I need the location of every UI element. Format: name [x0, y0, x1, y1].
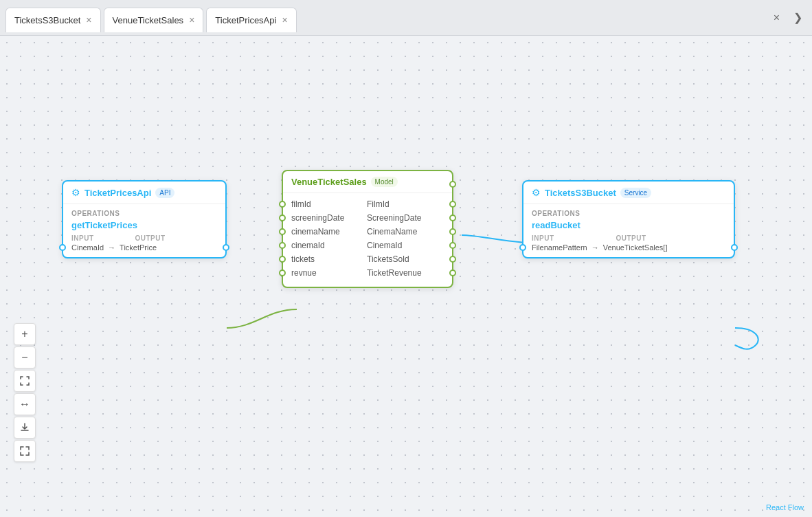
- cinema-id-field: CinemaId: [71, 243, 104, 252]
- tickets-s3-body: OPERATIONS readBucket INPUT OUTPUT Filen…: [523, 204, 734, 257]
- revnue-right-port: [449, 270, 456, 276]
- tickets-right-port: [449, 256, 456, 263]
- tab-prices-label: TicketPricesApi: [215, 15, 276, 25]
- operations-label: OPERATIONS: [71, 210, 217, 217]
- ticket-prices-api-title: TicketPricesApi: [84, 188, 151, 198]
- s3-io-labels-row: INPUT OUTPUT: [532, 234, 725, 242]
- io-row: CinemaId → TicketPrice: [71, 243, 217, 252]
- s3-operations-label: OPERATIONS: [532, 210, 725, 217]
- tab-venue-ticket-sales[interactable]: VenueTicketSales ×: [104, 8, 204, 32]
- field-cinemaid: cinemaId CinemaId: [291, 239, 444, 252]
- ticket-price-field: TicketPrice: [120, 243, 157, 252]
- s3-io-row: FilenamePattern → VenueTicketSales[]: [532, 243, 725, 252]
- field-tickets: tickets TicketsSold: [291, 252, 444, 266]
- tab-prices-close[interactable]: ×: [282, 15, 287, 25]
- screeningdate-right-port: [449, 214, 456, 221]
- venue-title: VenueTicketSales: [291, 177, 367, 187]
- zoom-out-button[interactable]: −: [14, 346, 36, 368]
- cinemaname-left-port: [279, 228, 286, 235]
- service-badge: Service: [620, 188, 651, 198]
- close-all-button[interactable]: ×: [769, 10, 784, 25]
- cinemaid-left-port: [279, 242, 286, 249]
- get-ticket-prices-op: getTicketPrices: [71, 220, 217, 230]
- cinemaname-right-port: [449, 228, 456, 235]
- filmid-right-port: [449, 201, 456, 208]
- ticket-prices-api-body: OPERATIONS getTicketPrices INPUT OUTPUT …: [63, 204, 225, 257]
- input-label: INPUT: [71, 234, 94, 242]
- s3-output-label: OUTPUT: [616, 234, 646, 242]
- venue-top-right-port: [449, 181, 456, 188]
- revnue-left-port: [279, 270, 286, 276]
- tab-tickets-s3-close[interactable]: ×: [86, 15, 91, 25]
- model-badge: Model: [371, 177, 398, 187]
- filename-pattern-field: FilenamePattern: [532, 243, 587, 252]
- venue-ticket-sales-header: VenueTicketSales Model: [283, 171, 452, 193]
- tickets-s3-header: ⚙ TicketsS3Bucket Service: [523, 182, 734, 204]
- tickets-s3-bucket-node: ⚙ TicketsS3Bucket Service OPERATIONS rea…: [522, 180, 735, 258]
- api-gear-icon: ⚙: [71, 187, 80, 198]
- venue-ticket-sales-node: VenueTicketSales Model filmId FilmId scr…: [282, 170, 453, 288]
- tickets-left-port: [279, 256, 286, 263]
- read-bucket-op: readBucket: [532, 220, 725, 230]
- field-revnue: revnue TicketRevenue: [291, 266, 444, 280]
- canvas: ⚙ TicketPricesApi API OPERATIONS getTick…: [0, 36, 812, 517]
- venue-ticket-sales-body: filmId FilmId screeningDate ScreeningDat…: [283, 193, 452, 287]
- service-gear-icon: ⚙: [532, 187, 541, 198]
- venue-ticket-sales-field: VenueTicketSales[]: [603, 243, 668, 252]
- react-flow-watermark: React Flow: [766, 503, 804, 512]
- ticket-price-output-port: [223, 244, 229, 251]
- tab-bar-actions: × ❯: [769, 10, 807, 30]
- tab-ticket-prices-api[interactable]: TicketPricesApi ×: [206, 8, 296, 32]
- tab-bar: TicketsS3Bucket × VenueTicketSales × Tic…: [0, 0, 812, 36]
- download-button[interactable]: [14, 417, 36, 439]
- ticket-prices-api-node: ⚙ TicketPricesApi API OPERATIONS getTick…: [62, 180, 227, 258]
- cinemaid-right-port: [449, 242, 456, 249]
- field-filmid: filmId FilmId: [291, 197, 444, 211]
- screeningdate-left-port: [279, 214, 286, 221]
- canvas-controls: + − ↔: [14, 323, 36, 462]
- ticket-prices-api-header: ⚙ TicketPricesApi API: [63, 182, 225, 204]
- tickets-s3-title: TicketsS3Bucket: [545, 188, 616, 198]
- filmid-left-port: [279, 201, 286, 208]
- venue-output-port: [731, 244, 738, 251]
- arrow: →: [108, 243, 115, 252]
- s3-input-label: INPUT: [532, 234, 554, 242]
- s3-arrow: →: [591, 243, 599, 252]
- cinema-id-input-port: [59, 244, 66, 251]
- tab-venue-label: VenueTicketSales: [113, 15, 184, 25]
- zoom-in-button[interactable]: +: [14, 323, 36, 345]
- field-cinemaname: cinemaName CinemaName: [291, 225, 444, 239]
- fit-view-button[interactable]: [14, 370, 36, 392]
- tab-tickets-s3-label: TicketsS3Bucket: [14, 15, 80, 25]
- api-badge: API: [155, 188, 174, 198]
- field-screeningdate: screeningDate ScreeningDate: [291, 211, 444, 225]
- output-label: OUTPUT: [135, 234, 166, 242]
- chevron-down-button[interactable]: ❯: [789, 10, 807, 25]
- filename-input-port: [519, 244, 526, 251]
- horizontal-layout-button[interactable]: ↔: [14, 393, 36, 415]
- fullscreen-button[interactable]: [14, 440, 36, 462]
- io-labels-row: INPUT OUTPUT: [71, 234, 217, 242]
- tab-venue-close[interactable]: ×: [189, 15, 194, 25]
- tab-tickets-s3[interactable]: TicketsS3Bucket ×: [5, 8, 101, 32]
